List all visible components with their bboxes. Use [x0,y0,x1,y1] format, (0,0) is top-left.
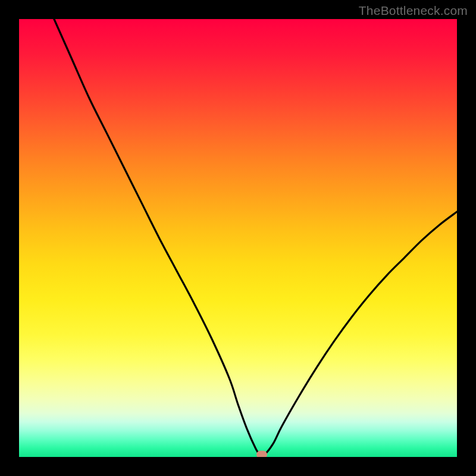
watermark-text: TheBottleneck.com [359,4,468,18]
chart-frame: TheBottleneck.com [0,0,476,476]
bottleneck-curve [19,19,457,457]
optimum-marker [256,451,267,457]
plot-area [19,19,457,457]
